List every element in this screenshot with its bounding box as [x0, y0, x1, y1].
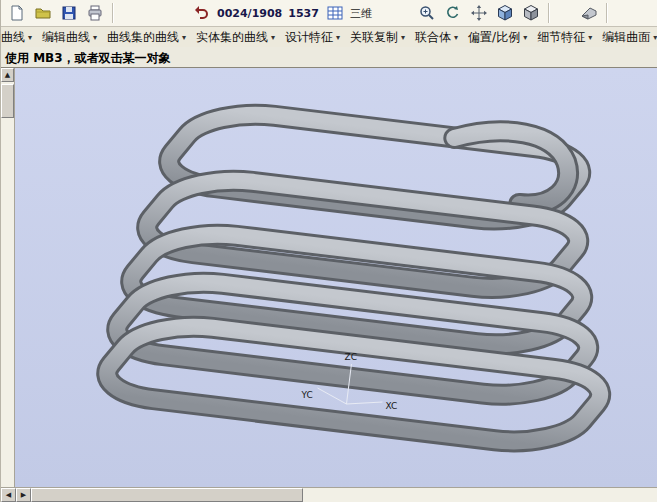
- menu-item-edit-surface[interactable]: 编辑曲面▾: [597, 27, 657, 47]
- menu-item-detail-feature[interactable]: 细节特征▾: [532, 27, 597, 47]
- grid-button[interactable]: [322, 0, 348, 26]
- chevron-down-icon: ▾: [454, 33, 458, 42]
- menu-item-offset-scale[interactable]: 偏置/比例▾: [463, 27, 532, 47]
- horizontal-scrollbar[interactable]: ◀ ▶: [1, 487, 657, 502]
- chevron-down-icon: ▾: [182, 33, 186, 42]
- prompt-bar: 使用 MB3，或者双击某一对象: [1, 47, 657, 68]
- open-folder-icon: [34, 4, 52, 22]
- pan-view-button[interactable]: [466, 0, 492, 26]
- menu-item-curve[interactable]: 曲线▾: [1, 27, 37, 47]
- viewport-canvas[interactable]: ZC YC XC: [15, 68, 657, 487]
- menu-item-curve-set[interactable]: 曲线集的曲线▾: [102, 27, 191, 47]
- graphics-viewport[interactable]: ZC YC XC: [15, 68, 657, 487]
- vertical-scrollbar[interactable]: ▲: [1, 68, 15, 487]
- toolbar-spacer: [118, 13, 188, 14]
- menu-item-label: 细节特征: [537, 29, 585, 46]
- menu-item-associative-copy[interactable]: 关联复制▾: [345, 27, 410, 47]
- triad-z-label: ZC: [344, 352, 356, 362]
- undo-button[interactable]: [188, 0, 214, 26]
- menu-item-unite[interactable]: 联合体▾: [410, 27, 463, 47]
- save-button[interactable]: [56, 0, 82, 26]
- chevron-down-icon: ▾: [93, 33, 97, 42]
- chevron-down-icon: ▾: [336, 33, 340, 42]
- chevron-down-icon: ▾: [271, 33, 275, 42]
- chevron-down-icon: ▾: [588, 33, 592, 42]
- chevron-down-icon: ▾: [523, 33, 527, 42]
- menu-item-label: 关联复制: [350, 29, 398, 46]
- menubar: 曲线▾ 编辑曲线▾ 曲线集的曲线▾ 实体集的曲线▾ 设计特征▾ 关联复制▾ 联合…: [1, 27, 657, 48]
- menu-item-edit-curve[interactable]: 编辑曲线▾: [37, 27, 102, 47]
- menu-item-solid-curve-set[interactable]: 实体集的曲线▾: [191, 27, 280, 47]
- horizontal-scrollbar-track[interactable]: [303, 488, 657, 502]
- rotate-view-button[interactable]: [440, 0, 466, 26]
- chevron-down-icon: ▾: [28, 33, 32, 42]
- horizontal-scrollbar-thumb[interactable]: [31, 488, 303, 502]
- gray-cube-icon: [522, 4, 540, 22]
- main-toolbar: 0024/1908 1537 三维: [1, 0, 657, 27]
- grid-icon: [326, 4, 344, 22]
- printer-icon: [86, 4, 104, 22]
- pan-arrows-icon: [470, 4, 488, 22]
- shaded-cube-icon: [496, 4, 514, 22]
- prompt-text: 使用 MB3，或者双击某一对象: [5, 51, 171, 65]
- menu-item-label: 编辑曲线: [42, 29, 90, 46]
- menu-item-label: 实体集的曲线: [196, 29, 268, 46]
- menu-item-label: 曲线: [1, 29, 25, 46]
- wireframe-view-button[interactable]: [518, 0, 544, 26]
- new-file-icon: [8, 4, 26, 22]
- rotate-arrows-icon: [444, 4, 462, 22]
- new-file-button[interactable]: [4, 0, 30, 26]
- horizontal-scrollbar-left-button[interactable]: ◀: [1, 488, 16, 502]
- undo-arrow-icon: [192, 4, 210, 22]
- magnifier-plus-icon: [418, 4, 436, 22]
- toolbar-spacer: [554, 13, 576, 14]
- shaded-view-button[interactable]: [492, 0, 518, 26]
- horizontal-scrollbar-right-button[interactable]: ▶: [16, 488, 31, 502]
- menu-item-label: 曲线集的曲线: [107, 29, 179, 46]
- wedge-block-icon: [580, 4, 598, 22]
- coil-model[interactable]: [88, 108, 619, 448]
- save-floppy-icon: [60, 4, 78, 22]
- triad-x-label: XC: [385, 401, 397, 411]
- chevron-down-icon: ▾: [653, 33, 657, 42]
- toolbar-separator: [606, 3, 608, 23]
- zoom-button[interactable]: [414, 0, 440, 26]
- triad-y-label: YC: [301, 390, 313, 400]
- counter-value-field[interactable]: 1537: [285, 7, 322, 20]
- vertical-scrollbar-up-button[interactable]: ▲: [1, 68, 14, 82]
- toolbar-spacer: [374, 13, 414, 14]
- open-file-button[interactable]: [30, 0, 56, 26]
- cad-application-window: 0024/1908 1537 三维 曲线▾ 编辑曲线▾ 曲线集: [0, 0, 657, 502]
- print-button[interactable]: [82, 0, 108, 26]
- menu-item-label: 编辑曲面: [602, 29, 650, 46]
- view-mode-label: 三维: [348, 6, 374, 21]
- toolbar-separator: [548, 3, 550, 23]
- chevron-down-icon: ▾: [401, 33, 405, 42]
- menu-item-label: 偏置/比例: [468, 29, 520, 46]
- menu-item-label: 设计特征: [285, 29, 333, 46]
- vertical-scrollbar-thumb[interactable]: [1, 84, 14, 118]
- menu-item-design-feature[interactable]: 设计特征▾: [280, 27, 345, 47]
- layer-value-field[interactable]: 0024/1908: [214, 7, 285, 20]
- solid-block-tool-button[interactable]: [576, 0, 602, 26]
- menu-item-label: 联合体: [415, 29, 451, 46]
- toolbar-separator: [112, 3, 114, 23]
